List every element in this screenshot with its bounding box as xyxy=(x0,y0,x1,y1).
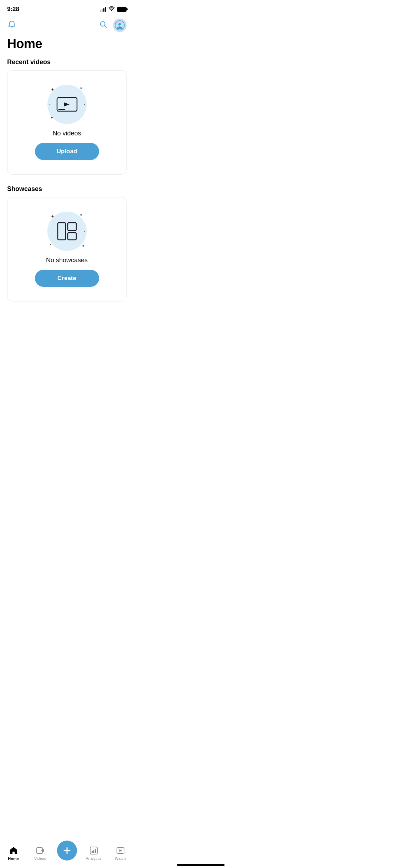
sparkle-tr2: ✦ xyxy=(79,213,82,217)
sparkle-tl: ✦ xyxy=(51,88,54,92)
sparkle-ml: · xyxy=(49,103,50,107)
upload-button[interactable]: Upload xyxy=(35,143,99,160)
sparkle-mr: · xyxy=(84,103,85,107)
no-showcases-label: No showcases xyxy=(46,257,88,264)
sparkle-tr: ✦ xyxy=(79,86,82,90)
page-title: Home xyxy=(0,33,134,58)
main-content: Recent videos ✦ ✦ ✦ · · · No videos Uplo… xyxy=(0,58,134,344)
status-icons xyxy=(100,6,127,12)
recent-videos-card: ✦ ✦ ✦ · · · No videos Upload xyxy=(7,70,127,175)
svg-point-4 xyxy=(118,24,119,24)
avatar[interactable] xyxy=(113,19,127,32)
battery-icon xyxy=(117,7,127,12)
wifi-icon xyxy=(108,6,115,12)
showcases-title: Showcases xyxy=(7,185,127,193)
signal-icon xyxy=(100,7,106,12)
status-time: 9:28 xyxy=(7,6,19,13)
sparkle-tl2: ✦ xyxy=(51,215,54,218)
svg-rect-9 xyxy=(58,223,66,240)
showcases-card: ✦ ✦ · ✦ · No showcases Create xyxy=(7,197,127,301)
sparkle-mr2: · xyxy=(84,229,85,233)
sparkle-bl: ✦ xyxy=(50,116,53,120)
svg-marker-7 xyxy=(64,102,70,107)
search-icon[interactable] xyxy=(99,20,108,31)
no-showcases-icon: ✦ ✦ · ✦ · xyxy=(47,212,87,251)
svg-line-1 xyxy=(104,26,107,28)
sparkle-br2: ✦ xyxy=(82,244,84,248)
recent-videos-title: Recent videos xyxy=(7,58,127,66)
status-bar: 9:28 xyxy=(0,0,134,16)
svg-point-0 xyxy=(101,22,105,26)
header-icons xyxy=(99,19,127,32)
header xyxy=(0,16,134,33)
create-button[interactable]: Create xyxy=(35,270,99,287)
svg-rect-10 xyxy=(68,223,76,231)
svg-rect-11 xyxy=(68,233,76,240)
sparkle-br: · xyxy=(83,117,84,121)
no-videos-icon: ✦ ✦ ✦ · · · xyxy=(47,85,87,124)
no-videos-label: No videos xyxy=(52,130,81,137)
svg-point-5 xyxy=(120,24,121,24)
bell-icon[interactable] xyxy=(7,20,16,31)
sparkle-bl2: · xyxy=(50,243,51,247)
